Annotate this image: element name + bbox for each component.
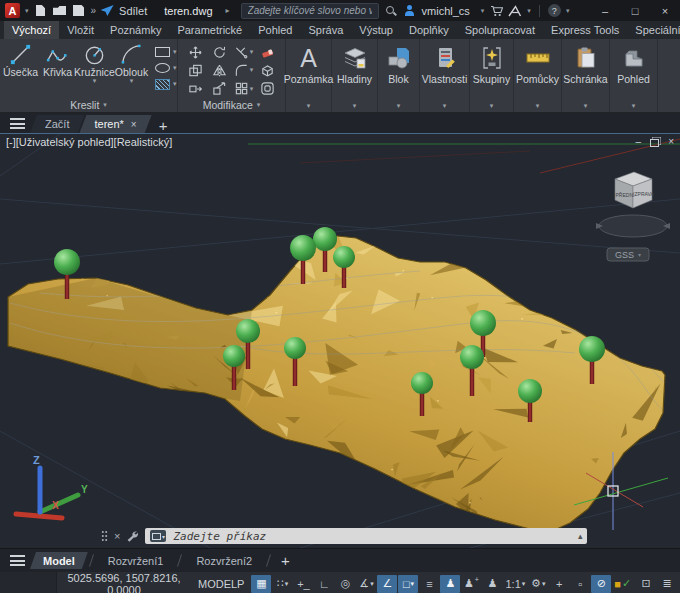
username[interactable]: vmichl_cs (422, 5, 470, 17)
skupiny-caret-icon[interactable]: ▾ (490, 102, 494, 112)
panel-pomucky[interactable]: Pomůcky ▾ (514, 39, 562, 112)
vlastnosti-caret-icon[interactable]: ▾ (443, 102, 447, 112)
search-button[interactable] (384, 3, 398, 18)
ribbon-tab-vlozit[interactable]: Vložit (59, 21, 102, 39)
close-button[interactable]: × (650, 0, 680, 21)
layout-tabs-menu-icon[interactable] (4, 551, 30, 571)
status-annotation-scale-icon[interactable]: 1:1▾ (503, 575, 527, 593)
help-search-box[interactable] (241, 3, 379, 19)
quick-access-more-icon[interactable]: » (91, 5, 96, 16)
account-button[interactable] (403, 3, 417, 18)
tool-array[interactable]: ▾ (234, 81, 254, 96)
command-prompt-icon[interactable]: ▾ (150, 530, 166, 542)
tool-fillet[interactable]: ▾ (234, 63, 254, 78)
layout-tab-rozvrzeni1[interactable]: Rozvržení1 (95, 552, 177, 569)
status-lineweight-icon[interactable]: ≡ (419, 575, 439, 593)
status-annotation-autoscale-icon[interactable]: ♟+ (461, 575, 481, 593)
panel-hladiny[interactable]: Hladiny ▾ (332, 39, 378, 112)
tool-erase[interactable] (260, 45, 275, 60)
kruznice-caret-icon[interactable]: ▾ (93, 78, 97, 84)
command-input[interactable] (171, 529, 572, 544)
status-clean-screen-icon[interactable]: ⊡ (636, 575, 656, 593)
tool-move[interactable] (188, 45, 203, 60)
ribbon-tab-vystup[interactable]: Výstup (351, 21, 401, 39)
share-button[interactable] (100, 3, 114, 18)
tool-stretch[interactable] (188, 81, 203, 96)
file-tab-zacit[interactable]: Začít (30, 115, 84, 133)
ribbon-tab-doplnky[interactable]: Doplňky (401, 21, 457, 39)
filename-caret-icon[interactable]: ▸ (226, 6, 230, 15)
customize-wrench-icon[interactable] (126, 530, 139, 543)
account-caret-icon[interactable]: ▾ (481, 7, 485, 14)
tool-ellipse[interactable]: ▾ (155, 62, 177, 74)
close-tab-icon[interactable]: × (131, 119, 137, 130)
minimize-button[interactable]: – (590, 0, 620, 21)
new-drawing-tab-button[interactable]: + (159, 118, 168, 133)
tool-mirror[interactable] (212, 63, 227, 78)
maximize-button[interactable]: □ (620, 0, 650, 21)
tool-offset[interactable] (260, 81, 275, 96)
help-icon[interactable]: ? (548, 4, 561, 17)
tool-rotate[interactable] (212, 45, 227, 60)
layout-tab-rozvrzeni2[interactable]: Rozvržení2 (183, 552, 265, 569)
file-tab-teren[interactable]: teren* × (79, 115, 151, 133)
panel-skupiny[interactable]: Skupiny ▾ (470, 39, 514, 112)
drawing-minimize-button[interactable]: – (636, 136, 642, 147)
share-label[interactable]: Sdílet (119, 5, 147, 17)
tool-kruznice[interactable]: Kružnice ▾ (76, 41, 113, 98)
tool-3d-box[interactable] (260, 63, 275, 78)
pohled-caret-icon[interactable]: ▾ (632, 102, 636, 112)
pomucky-caret-icon[interactable]: ▾ (536, 102, 540, 112)
tool-scale[interactable] (212, 81, 227, 96)
layout-tab-model[interactable]: Model (30, 552, 88, 569)
status-isodraft-icon[interactable]: ◎ (335, 575, 355, 593)
drawing-close-button[interactable]: × (668, 136, 674, 147)
search-input[interactable] (246, 4, 374, 17)
terrain-surface[interactable] (8, 221, 670, 541)
panel-schranka[interactable]: Schránka ▾ (562, 39, 610, 112)
tool-trim[interactable]: ▾ (234, 45, 254, 60)
ribbon-tab-express-tools[interactable]: Express Tools (543, 21, 627, 39)
status-annotation-scale-flag-icon[interactable]: ♟ (482, 575, 502, 593)
app-store-button[interactable] (489, 3, 503, 18)
status-annotation-monitor-icon[interactable]: + (549, 575, 569, 593)
ribbon-tab-parametricke[interactable]: Parametrické (169, 21, 250, 39)
ribbon-tab-pohled[interactable]: Pohled (250, 21, 300, 39)
viewport-controls-label[interactable]: [-][Uživatelský pohled][Realistický] (6, 136, 172, 148)
panel-kreslit-footer[interactable]: Kreslit▾ (0, 98, 177, 112)
status-annotation-visibility-icon[interactable]: ♟ (440, 575, 460, 593)
command-bar-close-icon[interactable]: × (114, 530, 120, 542)
autodesk-caret-icon[interactable]: ▾ (527, 7, 531, 14)
ucs-dropdown-button[interactable]: GSS ▾ (607, 248, 649, 261)
ribbon-tab-specialni-aplikace[interactable]: Speciální aplikace (627, 21, 680, 39)
status-customization-icon[interactable]: ≣ (657, 575, 677, 593)
new-file-button[interactable] (34, 3, 48, 18)
open-file-button[interactable] (53, 3, 67, 18)
status-workspace-switching-icon[interactable]: ⚙▾ (528, 575, 548, 593)
status-object-snap-icon[interactable]: □▾ (398, 575, 418, 593)
app-menu-caret-icon[interactable]: ▾ (25, 7, 29, 14)
drawing-viewport[interactable]: Z Y X PŘEDNÍ ZPRAVA GSS ▾ [-][Uživ (0, 134, 680, 548)
viewcube[interactable]: PŘEDNÍ ZPRAVA (596, 172, 670, 237)
status-object-snap-tracking-icon[interactable]: ∠ (377, 575, 397, 593)
autocad-logo-icon[interactable]: A (5, 3, 20, 18)
tool-oblouk[interactable]: Oblouk ▾ (113, 41, 150, 98)
command-history-caret-icon[interactable]: ▴ (578, 531, 583, 541)
viewcube-right-face[interactable]: ZPRAVA (635, 191, 655, 197)
status-dynamic-input-icon[interactable]: +_ (293, 575, 313, 593)
status-ui-lock-icon[interactable]: ■✓ (612, 575, 633, 593)
status-grid-display-icon[interactable]: ▦ (251, 575, 271, 593)
ribbon-tab-spolupracovat[interactable]: Spolupracovat (457, 21, 543, 39)
save-button[interactable] (72, 3, 86, 18)
tool-krivka[interactable]: Křivka (39, 41, 76, 98)
ribbon-tab-poznamky[interactable]: Poznámky (102, 21, 169, 39)
tool-rectangle[interactable]: ▾ (155, 46, 177, 58)
model-space-toggle[interactable]: MODELP (191, 578, 251, 590)
panel-poznamka[interactable]: A Poznámka ▾ (286, 39, 332, 112)
oblouk-caret-icon[interactable]: ▾ (130, 78, 134, 84)
status-graphics-performance-icon[interactable]: ⊘ (591, 575, 611, 593)
panel-vlastnosti[interactable]: Vlastnosti ▾ (420, 39, 470, 112)
panel-pohled-ribbon[interactable]: Pohled ▾ (610, 39, 658, 112)
coordinates-readout[interactable]: 5025.5696, 1507.8216, 0.0000 (57, 572, 191, 593)
status-ortho-mode-icon[interactable]: ∟ (314, 575, 334, 593)
